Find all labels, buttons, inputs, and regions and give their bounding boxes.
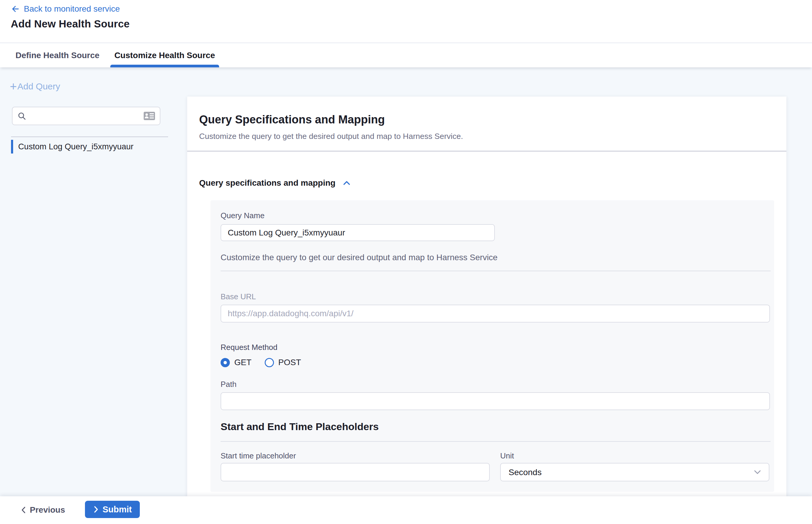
selected-indicator-bar [11,140,13,153]
chevron-right-icon [93,506,99,513]
previous-button[interactable]: Previous [16,501,69,519]
query-item-label: Custom Log Query_i5xmyyuaur [18,142,133,151]
page-title: Add New Health Source [11,18,130,30]
previous-button-label: Previous [30,505,65,515]
path-label: Path [221,380,237,389]
footer-bar: Previous Submit [0,496,812,524]
section-header-label: Query specifications and mapping [199,178,335,188]
radio-selected-icon [221,358,230,367]
card-divider [221,441,770,442]
id-card-icon [143,111,156,121]
tab-define-health-source[interactable]: Define Health Source [11,44,104,67]
radio-get-label: GET [234,358,251,367]
submit-button[interactable]: Submit [85,501,140,518]
panel-divider [187,151,786,151]
query-mapping-panel: Query Specifications and Mapping Customi… [187,97,786,498]
search-input[interactable] [30,111,143,121]
base-url-label: Base URL [221,292,256,301]
time-placeholders-heading: Start and End Time Placeholders [221,421,378,432]
query-name-input[interactable] [221,224,495,241]
radio-post[interactable]: POST [265,358,301,367]
start-time-label: Start time placeholder [221,451,296,460]
plus-icon: + [10,81,17,93]
panel-title: Query Specifications and Mapping [199,113,385,126]
section-collapse-toggle[interactable]: Query specifications and mapping [199,177,351,190]
query-helper-text: Customize the query to get our desired o… [221,253,498,262]
request-method-label: Request Method [221,343,277,352]
query-spec-card: Query Name Customize the query to get ou… [210,200,774,492]
add-query-label: Add Query [17,81,60,92]
tab-customize-health-source[interactable]: Customize Health Source [110,44,220,67]
page-header: Back to monitored service Add New Health… [0,0,812,43]
arrow-left-icon [11,4,20,14]
radio-post-label: POST [278,358,301,367]
unit-select-value: Seconds [508,468,542,477]
chevron-down-icon [754,470,761,475]
search-icon [17,112,26,120]
request-method-radio-group: GET POST [221,357,301,369]
radio-unselected-icon [265,358,274,367]
start-time-input[interactable] [221,463,490,481]
query-search-box [12,107,160,125]
unit-label: Unit [500,451,514,460]
base-url-input[interactable] [221,305,770,323]
unit-select[interactable]: Seconds [500,463,769,481]
tab-bar: Define Health Source Customize Health So… [0,44,812,67]
query-name-label: Query Name [221,211,264,220]
app-root: Back to monitored service Add New Health… [0,0,812,524]
chevron-left-icon [20,506,27,514]
add-query-button[interactable]: + Add Query [10,81,60,93]
path-input[interactable] [221,392,770,410]
query-list-item[interactable]: Custom Log Query_i5xmyyuaur [11,139,166,154]
chevron-up-icon [342,180,351,186]
radio-get[interactable]: GET [221,358,251,367]
sidebar-divider [11,136,168,137]
panel-subtitle: Customize the query to get the desired o… [199,132,463,141]
back-to-monitored-service-link[interactable]: Back to monitored service [11,4,120,14]
back-link-label: Back to monitored service [24,4,120,14]
card-divider [221,271,770,271]
submit-button-label: Submit [102,505,132,514]
